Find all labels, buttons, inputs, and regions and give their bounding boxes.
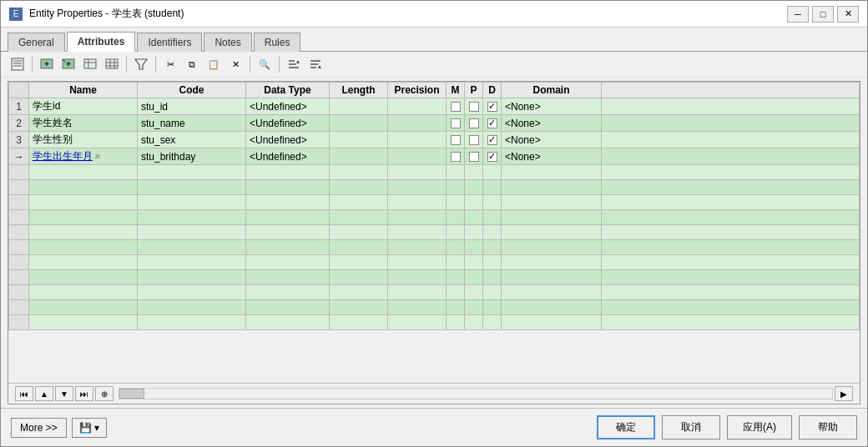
table-row[interactable]: 2学生姓名stu_name<Undefined><None> bbox=[9, 115, 860, 132]
cell-length[interactable] bbox=[330, 315, 388, 330]
cell-datatype[interactable] bbox=[246, 210, 330, 225]
horizontal-scrollbar[interactable] bbox=[119, 388, 833, 399]
cell-precision[interactable] bbox=[388, 315, 447, 330]
toolbar-table-btn[interactable] bbox=[80, 55, 100, 73]
cell-length[interactable] bbox=[330, 255, 388, 270]
toolbar-sort-asc-btn[interactable] bbox=[284, 55, 304, 73]
checkbox-m[interactable] bbox=[451, 102, 461, 112]
nav-next-btn[interactable]: ▼ bbox=[55, 386, 73, 401]
cell-domain[interactable] bbox=[502, 225, 602, 240]
save-button[interactable]: 💾 ▾ bbox=[72, 418, 107, 438]
cell-m[interactable] bbox=[447, 210, 465, 225]
nav-first-btn[interactable]: ⏮ bbox=[15, 386, 33, 401]
cell-length[interactable] bbox=[330, 300, 388, 315]
cell-name[interactable] bbox=[29, 225, 138, 240]
cell-domain[interactable] bbox=[502, 285, 602, 300]
cell-p[interactable] bbox=[465, 315, 483, 330]
cell-m[interactable] bbox=[447, 225, 465, 240]
maximize-button[interactable]: □ bbox=[812, 6, 834, 23]
checkbox-p[interactable] bbox=[469, 118, 479, 128]
cell-p[interactable] bbox=[465, 165, 483, 180]
cell-p[interactable] bbox=[465, 115, 483, 132]
checkbox-m[interactable] bbox=[451, 135, 461, 145]
cell-m[interactable] bbox=[447, 285, 465, 300]
cell-precision[interactable] bbox=[388, 210, 447, 225]
checkbox-m[interactable] bbox=[451, 118, 461, 128]
cell-name[interactable] bbox=[29, 240, 138, 255]
table-wrapper[interactable]: Name Code Data Type Length Precision M P… bbox=[8, 82, 860, 383]
cell-p[interactable] bbox=[465, 180, 483, 195]
cell-domain[interactable]: <None> bbox=[502, 115, 602, 132]
cell-domain[interactable] bbox=[502, 195, 602, 210]
cell-length[interactable] bbox=[330, 148, 388, 165]
toolbar-cut-btn[interactable]: ✂ bbox=[160, 55, 180, 73]
table-row[interactable] bbox=[9, 240, 860, 255]
cell-code[interactable]: stu_id bbox=[138, 98, 246, 115]
toolbar-add-btn[interactable] bbox=[37, 55, 57, 73]
cell-d[interactable] bbox=[483, 300, 502, 315]
cell-datatype[interactable]: <Undefined> bbox=[246, 132, 330, 148]
cell-name[interactable] bbox=[29, 195, 138, 210]
cell-datatype[interactable] bbox=[246, 300, 330, 315]
cell-p[interactable] bbox=[465, 240, 483, 255]
cell-p[interactable] bbox=[465, 255, 483, 270]
cell-datatype[interactable] bbox=[246, 240, 330, 255]
cell-code[interactable] bbox=[138, 210, 246, 225]
cell-d[interactable] bbox=[483, 115, 502, 132]
cell-name[interactable] bbox=[29, 180, 138, 195]
cell-domain[interactable]: <None> bbox=[502, 98, 602, 115]
cell-name[interactable]: 学生id bbox=[29, 98, 138, 115]
table-row[interactable] bbox=[9, 225, 860, 240]
minimize-button[interactable]: ─ bbox=[787, 6, 809, 23]
tab-identifiers[interactable]: Identifiers bbox=[137, 33, 202, 52]
cell-precision[interactable] bbox=[388, 195, 447, 210]
toolbar-delete-btn[interactable]: ✕ bbox=[225, 55, 245, 73]
cell-name[interactable] bbox=[29, 285, 138, 300]
cell-domain[interactable] bbox=[502, 180, 602, 195]
cell-code[interactable] bbox=[138, 165, 246, 180]
cell-length[interactable] bbox=[330, 165, 388, 180]
cell-name[interactable] bbox=[29, 210, 138, 225]
checkbox-d[interactable] bbox=[487, 152, 497, 162]
cancel-button[interactable]: 取消 bbox=[662, 415, 720, 439]
cell-datatype[interactable]: <Undefined> bbox=[246, 148, 330, 165]
cell-length[interactable] bbox=[330, 225, 388, 240]
cell-m[interactable] bbox=[447, 315, 465, 330]
cell-name[interactable]: 学生姓名 bbox=[29, 115, 138, 132]
cell-p[interactable] bbox=[465, 225, 483, 240]
cell-code[interactable] bbox=[138, 240, 246, 255]
cell-m[interactable] bbox=[447, 270, 465, 285]
apply-button[interactable]: 应用(A) bbox=[727, 415, 792, 439]
cell-precision[interactable] bbox=[388, 148, 447, 165]
cell-length[interactable] bbox=[330, 270, 388, 285]
table-row[interactable] bbox=[9, 315, 860, 330]
cell-code[interactable] bbox=[138, 315, 246, 330]
cell-precision[interactable] bbox=[388, 115, 447, 132]
cell-m[interactable] bbox=[447, 165, 465, 180]
cell-d[interactable] bbox=[483, 210, 502, 225]
cell-name[interactable] bbox=[29, 300, 138, 315]
checkbox-d[interactable] bbox=[487, 118, 497, 128]
table-row[interactable]: →学生出生年月 ≡stu_brithday<Undefined><None> bbox=[9, 148, 860, 165]
toolbar-copy-btn[interactable]: ⧉ bbox=[182, 55, 202, 73]
cell-code[interactable]: stu_brithday bbox=[138, 148, 246, 165]
scroll-right-btn[interactable]: ▶ bbox=[835, 386, 853, 401]
cell-name[interactable] bbox=[29, 165, 138, 180]
cell-length[interactable] bbox=[330, 98, 388, 115]
close-button[interactable]: ✕ bbox=[837, 6, 859, 23]
cell-domain[interactable] bbox=[502, 240, 602, 255]
cell-domain[interactable] bbox=[502, 255, 602, 270]
cell-p[interactable] bbox=[465, 195, 483, 210]
cell-d[interactable] bbox=[483, 98, 502, 115]
cell-d[interactable] bbox=[483, 315, 502, 330]
cell-m[interactable] bbox=[447, 255, 465, 270]
cell-p[interactable] bbox=[465, 285, 483, 300]
table-row[interactable] bbox=[9, 180, 860, 195]
cell-datatype[interactable] bbox=[246, 165, 330, 180]
cell-precision[interactable] bbox=[388, 98, 447, 115]
cell-length[interactable] bbox=[330, 240, 388, 255]
cell-p[interactable] bbox=[465, 148, 483, 165]
cell-m[interactable] bbox=[447, 180, 465, 195]
cell-length[interactable] bbox=[330, 132, 388, 148]
cell-d[interactable] bbox=[483, 180, 502, 195]
